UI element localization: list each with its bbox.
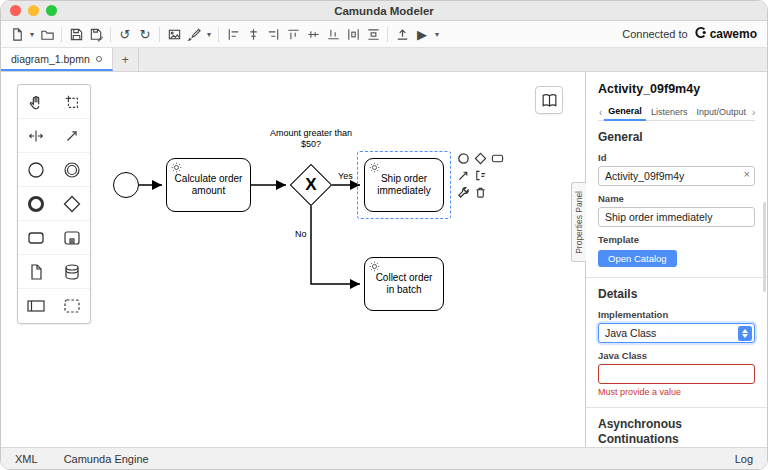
new-diagram-caret[interactable]: ▾ [27, 23, 37, 45]
context-pad [456, 151, 504, 199]
properties-panel-toggle[interactable]: Properties Panel [571, 182, 586, 262]
task-calculate-order-amount[interactable]: Calculate order amount [166, 158, 251, 212]
tabs-scroll-left-icon[interactable]: ‹ [598, 105, 603, 120]
bpmn-canvas[interactable]: Calculate order amount Amount greater th… [1, 72, 585, 447]
redo-button[interactable]: ↻ [135, 23, 155, 45]
align-right-button[interactable] [263, 23, 283, 45]
name-input[interactable] [598, 207, 755, 227]
toggle-minimap-button[interactable] [535, 86, 563, 114]
panel-scrollbar[interactable] [763, 202, 766, 292]
section-divider [586, 407, 767, 408]
append-gateway-icon[interactable] [473, 151, 487, 165]
open-file-button[interactable] [37, 23, 57, 45]
start-instance-caret[interactable]: ▾ [432, 23, 442, 45]
minimize-window-button[interactable] [28, 5, 39, 16]
palette-task[interactable] [18, 221, 54, 255]
id-input[interactable] [598, 166, 755, 186]
start-event[interactable] [113, 172, 139, 198]
append-end-event-icon[interactable] [456, 151, 470, 165]
service-task-gear-icon [171, 162, 182, 177]
new-tab-button[interactable]: + [113, 48, 139, 71]
tab-general[interactable]: General [604, 103, 646, 121]
implementation-selected-value: Java Class [605, 327, 656, 339]
palette-data-object[interactable] [18, 255, 54, 289]
element-id-title: Activity_09f9m4y [598, 82, 755, 96]
start-instance-button[interactable]: ▶ [412, 23, 432, 45]
zoom-window-button[interactable] [46, 5, 57, 16]
connected-to-label: Connected to [622, 28, 687, 40]
connection-status: Connected to cawemo [622, 26, 757, 42]
distribute-vertical-button[interactable] [363, 23, 383, 45]
task-collect-order-in-batch[interactable]: Collect order in batch [364, 257, 444, 311]
palette-hand-tool[interactable] [18, 85, 54, 119]
implementation-field-label: Implementation [598, 309, 755, 320]
align-middle-button[interactable] [303, 23, 323, 45]
task-label: Ship order immediately [371, 173, 437, 198]
palette-subprocess[interactable] [54, 221, 90, 255]
palette-end-event[interactable] [18, 187, 54, 221]
tabs-scroll-right-icon[interactable]: › [751, 105, 756, 120]
palette-participant[interactable] [18, 289, 54, 323]
delete-trash-icon[interactable] [473, 185, 487, 199]
align-bottom-button[interactable] [323, 23, 343, 45]
traffic-lights [10, 5, 57, 16]
deploy-button[interactable] [392, 23, 412, 45]
palette-group[interactable] [54, 289, 90, 323]
tab-diagram-1[interactable]: diagram_1.bpmn [1, 48, 113, 71]
java-class-input[interactable] [598, 364, 755, 384]
log-toggle[interactable]: Log [735, 453, 753, 465]
distribute-horizontal-button[interactable] [343, 23, 363, 45]
open-catalog-button[interactable]: Open Catalog [598, 250, 677, 267]
bpmn-palette [17, 84, 91, 324]
color-format-button[interactable] [184, 23, 204, 45]
new-diagram-button[interactable] [7, 23, 27, 45]
toolbar-separator [159, 27, 160, 42]
palette-lasso-tool[interactable] [54, 85, 90, 119]
cawemo-label: cawemo [710, 27, 757, 41]
palette-data-store[interactable] [54, 255, 90, 289]
general-section-heading: General [598, 130, 755, 145]
palette-start-event[interactable] [18, 153, 54, 187]
palette-gateway[interactable] [54, 187, 90, 221]
tab-listeners[interactable]: Listeners [647, 104, 692, 120]
cawemo-link[interactable]: cawemo [694, 26, 757, 42]
tab-input-output[interactable]: Input/Output [692, 104, 750, 120]
toolbar: ▾ ↺ ↻ ▾ [1, 21, 767, 48]
toolbar-separator [61, 27, 62, 42]
name-field-label: Name [598, 193, 755, 204]
task-ship-order-immediately[interactable]: Ship order immediately [364, 158, 444, 212]
toolbar-separator [218, 27, 219, 42]
change-type-wrench-icon[interactable] [456, 185, 470, 199]
palette-intermediate-event[interactable] [54, 153, 90, 187]
validation-error-text: Must provide a value [598, 387, 755, 397]
append-task-icon[interactable] [490, 151, 504, 165]
main-area: Calculate order amount Amount greater th… [1, 72, 767, 447]
xml-view-toggle[interactable]: XML [15, 453, 38, 465]
align-top-button[interactable] [283, 23, 303, 45]
save-button[interactable] [66, 23, 86, 45]
clear-id-icon[interactable]: × [744, 169, 750, 180]
properties-tabs: ‹ General Listeners Input/Output › [598, 103, 755, 121]
template-field-label: Template [598, 234, 755, 245]
align-center-button[interactable] [243, 23, 263, 45]
cawemo-logo-icon [694, 26, 707, 42]
gateway-x-marker: X [290, 164, 332, 206]
implementation-select[interactable]: Java Class [598, 323, 755, 343]
close-window-button[interactable] [10, 5, 21, 16]
align-left-button[interactable] [223, 23, 243, 45]
exclusive-gateway[interactable]: X [290, 164, 332, 206]
no-flow-label: No [295, 229, 307, 239]
connect-tool-icon[interactable] [456, 168, 470, 182]
details-section-heading: Details [598, 287, 755, 302]
yes-flow-label: Yes [338, 171, 353, 181]
engine-selector[interactable]: Camunda Engine [64, 453, 149, 465]
text-annotation-icon[interactable] [473, 168, 487, 182]
export-image-button[interactable] [164, 23, 184, 45]
palette-space-tool[interactable] [18, 119, 54, 153]
save-as-button[interactable] [86, 23, 106, 45]
palette-global-connect-tool[interactable] [54, 119, 90, 153]
async-section-heading: Asynchronous Continuations [598, 417, 755, 447]
open-map-icon [540, 91, 559, 110]
undo-button[interactable]: ↺ [115, 23, 135, 45]
color-format-caret[interactable]: ▾ [204, 23, 214, 45]
